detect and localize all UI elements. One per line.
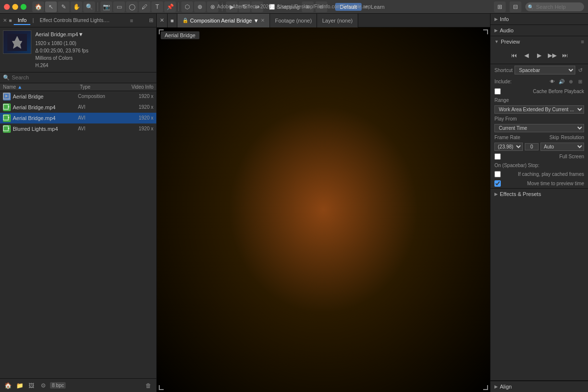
info-label: Info xyxy=(500,16,509,22)
list-item[interactable]: Blurred Lights.mp4 AVI 1920 x xyxy=(0,123,156,134)
info-title[interactable]: ▶ Info xyxy=(490,14,588,24)
resolution-select[interactable]: Auto xyxy=(540,143,584,151)
align-title[interactable]: ▶ Align xyxy=(490,381,588,392)
minimize-button[interactable] xyxy=(12,4,18,10)
list-item[interactable]: Aerial Bridge.mp4 AVI 1920 x xyxy=(0,113,156,123)
prev-forward-btn[interactable]: ▶▶ xyxy=(547,50,558,61)
skip-label: Skip xyxy=(549,135,559,140)
range-select[interactable]: Work Area Extended By Current ... xyxy=(494,105,584,114)
file-list: Aerial Bridge Composition 1920 x Aerial … xyxy=(0,91,156,379)
snap2-icon[interactable]: ⊟ xyxy=(316,1,327,12)
list-item[interactable]: Aerial Bridge.mp4 AVI 1920 x xyxy=(0,102,156,113)
panel-collapse-icon[interactable]: ■ xyxy=(9,18,12,23)
prev-play-btn[interactable]: ▶ xyxy=(534,50,545,61)
panel-menu-icon[interactable]: ≡ xyxy=(130,18,133,24)
video-icon xyxy=(3,103,11,111)
loop-tool[interactable]: ↻ xyxy=(239,1,250,12)
effects-title[interactable]: ▶ Effects & Presets xyxy=(490,189,588,199)
prev-back-btn[interactable]: ◀ xyxy=(521,50,532,61)
camera-tool[interactable]: 📷 xyxy=(100,1,112,12)
include-overlay-icon[interactable]: ⊕ xyxy=(567,77,575,85)
new-comp-icon[interactable]: 📁 xyxy=(15,381,24,391)
play-tool[interactable]: ▶ xyxy=(226,1,238,12)
toolbar-icons: 🏠 ↖ ✎ ✋ 🔍 📷 ▭ ◯ 🖊 T 📌 ⬡ ⊕ ⊗ xyxy=(32,1,219,12)
search-input[interactable] xyxy=(525,2,584,11)
text-tool[interactable]: T xyxy=(151,1,163,12)
collapse-tab-btn[interactable]: ■ xyxy=(168,14,177,27)
tab-layer[interactable]: Layer (none) xyxy=(317,14,358,27)
include-export-icon[interactable]: ⊞ xyxy=(576,77,584,85)
mask-tool[interactable]: ⊗ xyxy=(207,1,219,12)
settings-icon[interactable]: ⚙ xyxy=(38,381,48,391)
svg-rect-6 xyxy=(3,115,8,120)
bounce-tool[interactable]: ⇌ xyxy=(251,1,263,12)
workspace-button[interactable]: Default xyxy=(335,3,362,11)
preview-title[interactable]: ▼ Preview ≡ xyxy=(490,36,588,47)
preview-menu-icon[interactable]: ≡ xyxy=(581,39,584,45)
learn-button[interactable]: Learn xyxy=(371,4,385,10)
list-item[interactable]: Aerial Bridge Composition 1920 x xyxy=(0,91,156,102)
snapping-label: Snapping xyxy=(277,4,300,10)
rect-tool[interactable]: ▭ xyxy=(113,1,125,12)
prev-last-btn[interactable]: ⏭ xyxy=(560,50,570,61)
close-comp-tab-icon[interactable]: ✕ xyxy=(261,18,265,23)
include-audio-icon[interactable]: 🔊 xyxy=(558,77,565,85)
caching-checkbox[interactable] xyxy=(494,171,501,177)
new-item-icon[interactable]: 🖼 xyxy=(26,381,36,391)
home-tool[interactable]: 🏠 xyxy=(32,1,44,12)
new-folder-icon[interactable]: 🏠 xyxy=(3,381,13,391)
audio-title[interactable]: ▶ Audio xyxy=(490,25,588,36)
skip-input[interactable] xyxy=(525,143,539,150)
panel-close-icon[interactable]: ✕ xyxy=(3,18,7,23)
play-from-select[interactable]: Current Time xyxy=(494,124,584,132)
fullscreen-checkbox[interactable] xyxy=(494,153,501,160)
panel-search-input[interactable] xyxy=(12,74,153,80)
bpc-badge: 8 bpc xyxy=(50,382,66,389)
tab-effect-controls[interactable]: Effect Controls Blurred Lights.mp4 xyxy=(36,17,114,24)
shortcut-reset-icon[interactable]: ↺ xyxy=(576,66,584,74)
snap-icon[interactable]: ⊞ xyxy=(302,1,314,12)
play-from-row: Play From xyxy=(490,115,588,123)
hand-tool[interactable]: ✋ xyxy=(71,1,82,12)
item-type: AVI xyxy=(78,115,122,121)
include-row: Include: 👁 🔊 ⊕ ⊞ xyxy=(490,76,588,87)
pen-tool[interactable]: ✎ xyxy=(58,1,70,12)
pen2-tool[interactable]: 🖊 xyxy=(139,1,150,12)
cache-checkbox[interactable] xyxy=(494,88,501,95)
panel-search: 🔍 xyxy=(0,73,156,83)
left-panel: ✕ ■ Info | Effect Controls Blurred Light… xyxy=(0,14,157,392)
shortcut-label: Shortcut xyxy=(494,68,513,73)
item-res: 1920 x xyxy=(124,126,153,131)
delete-icon[interactable]: 🗑 xyxy=(144,381,153,391)
ellipse-tool[interactable]: ◯ xyxy=(126,1,138,12)
svg-marker-5 xyxy=(8,106,9,108)
tab-project[interactable]: Info xyxy=(14,16,30,25)
preview-arrow-icon: ▼ xyxy=(494,39,499,44)
svg-rect-4 xyxy=(3,104,8,109)
snapping-checkbox[interactable] xyxy=(269,4,275,10)
tab-footage[interactable]: Footage (none) xyxy=(270,14,317,27)
roto-tool[interactable]: ⊕ xyxy=(194,1,206,12)
expand-icon[interactable]: ⊞ xyxy=(494,1,506,12)
item-type: Composition xyxy=(78,94,122,99)
right-panel: ▶ Info ▶ Audio ▼ Preview ≡ ⏮ ◀ xyxy=(490,14,588,392)
on-stop-label: On (Spacebar) Stop: xyxy=(494,163,539,168)
panel-expand-icon[interactable]: ⊞ xyxy=(149,17,153,24)
tab-composition[interactable]: 🔒 Composition Aerial Bridge ▼ ✕ xyxy=(177,14,270,27)
select-tool[interactable]: ↖ xyxy=(45,1,57,12)
panels-icon[interactable]: ⊟ xyxy=(510,1,521,12)
fullscreen-label: Full Screen xyxy=(559,154,584,159)
zoom-tool[interactable]: 🔍 xyxy=(83,1,95,12)
close-tab-btn[interactable]: ✕ xyxy=(157,14,168,27)
shortcut-select[interactable]: Spacebar xyxy=(514,66,575,74)
close-button[interactable] xyxy=(4,4,10,10)
move-time-checkbox[interactable] xyxy=(494,180,501,187)
prev-first-btn[interactable]: ⏮ xyxy=(509,50,519,61)
include-video-icon[interactable]: 👁 xyxy=(548,77,556,85)
pin-tool[interactable]: 📌 xyxy=(164,1,176,12)
align-arrow-icon: ▶ xyxy=(494,384,498,389)
puppet-tool[interactable]: ⬡ xyxy=(181,1,193,12)
frame-rate-select[interactable]: (23.98) xyxy=(494,143,523,151)
fullscreen-button[interactable] xyxy=(21,4,26,10)
video-icon xyxy=(3,114,11,122)
